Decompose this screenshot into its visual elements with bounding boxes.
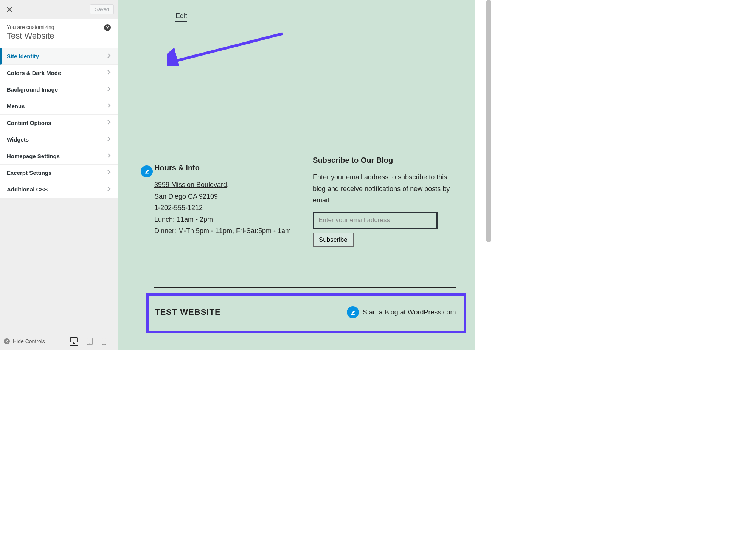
pencil-icon — [350, 309, 356, 315]
chevron-right-icon — [107, 136, 111, 143]
svg-point-2 — [89, 344, 90, 344]
chevron-right-icon — [107, 186, 111, 193]
sidebar-item-label: Excerpt Settings — [7, 170, 51, 176]
scrollbar-thumb[interactable] — [486, 0, 491, 242]
sidebar-item-homepage[interactable]: Homepage Settings — [0, 148, 118, 165]
sidebar-item-label: Homepage Settings — [7, 153, 60, 159]
sidebar-item-label: Content Options — [7, 120, 51, 126]
sidebar-fill — [0, 198, 118, 333]
desktop-icon[interactable] — [70, 337, 78, 346]
edit-link[interactable]: Edit — [175, 12, 187, 22]
preview-pane[interactable]: Edit Hours & Info 3999 Mission Boulevard… — [118, 0, 492, 350]
chevron-right-icon — [107, 120, 111, 126]
chevron-right-icon — [107, 86, 111, 93]
sidebar-item-label: Colors & Dark Mode — [7, 70, 61, 76]
hours-widget: Hours & Info 3999 Mission Boulevard, San… — [154, 163, 298, 247]
edit-widget-badge[interactable] — [141, 165, 153, 177]
close-icon[interactable] — [4, 4, 15, 15]
site-name-label: Test Website — [7, 31, 111, 41]
right-gutter — [475, 0, 492, 350]
sidebar-item-background[interactable]: Background Image — [0, 81, 118, 98]
sidebar-item-widgets[interactable]: Widgets — [0, 131, 118, 148]
wp-blog-link[interactable]: Start a Blog at WordPress.com — [363, 308, 456, 316]
sidebar-bottombar: Hide Controls — [0, 333, 118, 350]
hide-controls-label: Hide Controls — [13, 338, 45, 344]
sidebar-item-label: Widgets — [7, 136, 29, 143]
svg-point-4 — [104, 344, 104, 344]
chevron-right-icon — [107, 170, 111, 176]
footer-site-title: TEST WEBSITE — [155, 307, 221, 317]
subscribe-widget: Subscribe to Our Blog Enter your email a… — [313, 156, 456, 247]
collapse-left-icon — [4, 338, 10, 344]
phone-line: 1-202-555-1212 — [154, 202, 298, 214]
footer-wp-wrap: Start a Blog at WordPress.com. — [363, 308, 458, 316]
svg-line-5 — [172, 34, 283, 62]
sidebar-topbar: Saved — [0, 0, 118, 19]
chevron-right-icon — [107, 103, 111, 109]
sidebar-item-label: Site Identity — [7, 53, 39, 59]
help-icon[interactable]: ? — [104, 24, 111, 31]
subscribe-title: Subscribe to Our Blog — [313, 156, 456, 165]
edit-footer-badge[interactable] — [347, 306, 359, 318]
sidebar-header: You are customizing Test Website ? — [0, 19, 118, 48]
device-switcher — [70, 337, 114, 346]
annotation-arrow — [167, 32, 284, 66]
wp-link-suffix: . — [456, 309, 458, 316]
site-footer-highlight: TEST WEBSITE Start a Blog at WordPress.c… — [146, 293, 466, 333]
customizing-label: You are customizing — [7, 24, 111, 30]
footer-right: Start a Blog at WordPress.com. — [347, 306, 458, 318]
sidebar-item-menus[interactable]: Menus — [0, 98, 118, 115]
svg-rect-0 — [70, 338, 77, 342]
chevron-right-icon — [107, 153, 111, 159]
sidebar-item-label: Menus — [7, 103, 25, 109]
mobile-icon[interactable] — [102, 337, 106, 346]
sidebar-item-colors[interactable]: Colors & Dark Mode — [0, 65, 118, 81]
footer-widgets: Hours & Info 3999 Mission Boulevard, San… — [154, 163, 456, 247]
chevron-right-icon — [107, 53, 111, 59]
pencil-icon — [144, 168, 150, 174]
sidebar-item-site-identity[interactable]: Site Identity — [0, 48, 118, 65]
address-line2[interactable]: San Diego CA 92109 — [154, 193, 218, 200]
hide-controls-button[interactable]: Hide Controls — [4, 338, 67, 344]
sidebar-item-css[interactable]: Additional CSS — [0, 181, 118, 198]
lunch-line: Lunch: 11am - 2pm — [154, 214, 298, 226]
sidebar-item-label: Additional CSS — [7, 186, 48, 193]
footer-separator — [154, 287, 456, 288]
sidebar-item-label: Background Image — [7, 86, 58, 93]
tablet-icon[interactable] — [87, 337, 93, 346]
dinner-line: Dinner: M-Th 5pm - 11pm, Fri-Sat:5pm - 1… — [154, 225, 298, 237]
subscribe-desc: Enter your email address to subscribe to… — [313, 171, 456, 206]
sidebar-item-content-options[interactable]: Content Options — [0, 115, 118, 131]
customizer-sidebar: Saved You are customizing Test Website ?… — [0, 0, 118, 350]
app-root: Saved You are customizing Test Website ?… — [0, 0, 492, 350]
hours-title: Hours & Info — [154, 163, 298, 172]
subscribe-button[interactable]: Subscribe — [313, 233, 354, 247]
email-field[interactable] — [313, 212, 438, 229]
saved-button: Saved — [90, 4, 114, 14]
chevron-right-icon — [107, 70, 111, 76]
sidebar-item-excerpt[interactable]: Excerpt Settings — [0, 165, 118, 181]
address-line1[interactable]: 3999 Mission Boulevard, — [154, 181, 229, 188]
sidebar-menu: Site Identity Colors & Dark Mode Backgro… — [0, 48, 118, 198]
